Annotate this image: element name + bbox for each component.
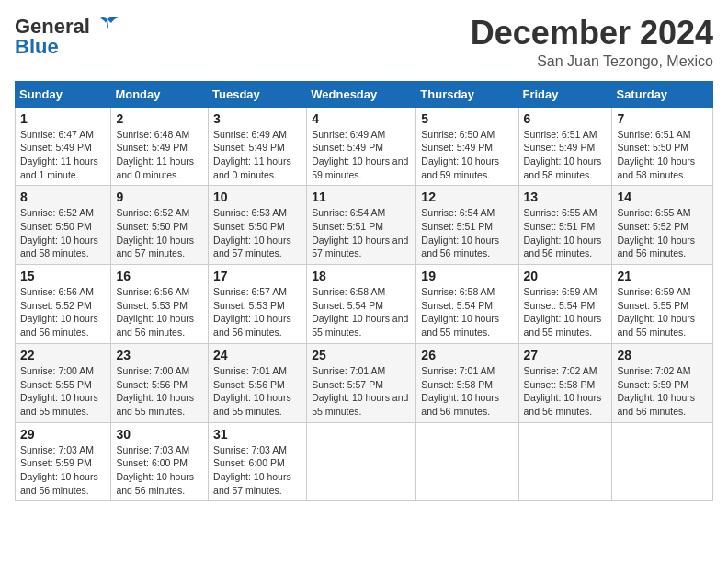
day-number: 29 [20,427,106,442]
month-title: December 2024 [471,15,713,52]
day-number: 6 [524,111,608,126]
day-info: Sunrise: 6:59 AM Sunset: 5:55 PM Dayligh… [617,285,708,339]
column-header-thursday: Thursday [416,81,518,107]
day-number: 16 [116,269,203,283]
week-row-2: 8 Sunrise: 6:52 AM Sunset: 5:50 PM Dayli… [16,186,713,265]
calendar-cell: 22 Sunrise: 7:00 AM Sunset: 5:55 PM Dayl… [16,343,111,422]
day-number: 21 [617,269,708,283]
day-info: Sunrise: 6:55 AM Sunset: 5:51 PM Dayligh… [524,206,608,260]
day-info: Sunrise: 6:53 AM Sunset: 5:50 PM Dayligh… [213,206,301,260]
week-row-3: 15 Sunrise: 6:56 AM Sunset: 5:52 PM Dayl… [16,265,713,344]
day-info: Sunrise: 7:03 AM Sunset: 5:59 PM Dayligh… [20,443,106,498]
calendar-cell: 3 Sunrise: 6:49 AM Sunset: 5:49 PM Dayli… [209,107,307,186]
day-number: 13 [524,190,608,204]
day-info: Sunrise: 7:03 AM Sunset: 6:00 PM Dayligh… [213,443,301,498]
day-info: Sunrise: 6:52 AM Sunset: 5:50 PM Dayligh… [116,206,203,260]
calendar-cell: 26 Sunrise: 7:01 AM Sunset: 5:58 PM Dayl… [416,343,518,422]
calendar-cell: 14 Sunrise: 6:55 AM Sunset: 5:52 PM Dayl… [612,186,713,265]
column-header-monday: Monday [111,81,209,107]
calendar-cell: 30 Sunrise: 7:03 AM Sunset: 6:00 PM Dayl… [111,422,209,501]
day-info: Sunrise: 7:01 AM Sunset: 5:56 PM Dayligh… [213,364,301,419]
calendar-cell: 5 Sunrise: 6:50 AM Sunset: 5:49 PM Dayli… [416,107,518,186]
day-info: Sunrise: 7:00 AM Sunset: 5:56 PM Dayligh… [116,364,203,419]
calendar-cell: 15 Sunrise: 6:56 AM Sunset: 5:52 PM Dayl… [16,265,111,344]
day-number: 17 [213,269,301,283]
logo: General Blue [15,15,120,59]
calendar-cell: 2 Sunrise: 6:48 AM Sunset: 5:49 PM Dayli… [111,107,209,186]
day-number: 10 [213,190,301,204]
day-number: 7 [617,111,708,126]
day-info: Sunrise: 6:49 AM Sunset: 5:49 PM Dayligh… [213,128,301,182]
calendar-cell [307,422,416,501]
calendar-cell: 18 Sunrise: 6:58 AM Sunset: 5:54 PM Dayl… [307,265,416,344]
day-number: 11 [312,190,411,204]
calendar-cell: 28 Sunrise: 7:02 AM Sunset: 5:59 PM Dayl… [612,343,713,422]
week-row-1: 1 Sunrise: 6:47 AM Sunset: 5:49 PM Dayli… [16,107,713,186]
day-number: 12 [421,190,513,204]
day-number: 31 [213,427,301,442]
day-info: Sunrise: 6:54 AM Sunset: 5:51 PM Dayligh… [312,206,411,260]
day-info: Sunrise: 6:58 AM Sunset: 5:54 PM Dayligh… [312,285,411,339]
calendar-cell [612,422,713,501]
day-number: 4 [312,111,411,126]
calendar-cell: 1 Sunrise: 6:47 AM Sunset: 5:49 PM Dayli… [16,107,111,186]
day-info: Sunrise: 6:55 AM Sunset: 5:52 PM Dayligh… [617,206,708,260]
day-info: Sunrise: 6:48 AM Sunset: 5:49 PM Dayligh… [116,128,203,182]
calendar-cell: 8 Sunrise: 6:52 AM Sunset: 5:50 PM Dayli… [16,186,111,265]
day-number: 20 [524,269,608,283]
day-number: 23 [116,348,203,362]
day-info: Sunrise: 6:56 AM Sunset: 5:53 PM Dayligh… [116,285,203,339]
day-info: Sunrise: 7:00 AM Sunset: 5:55 PM Dayligh… [20,364,106,419]
calendar-cell [518,422,612,501]
calendar-cell [416,422,518,501]
calendar-cell: 19 Sunrise: 6:58 AM Sunset: 5:54 PM Dayl… [416,265,518,344]
calendar-cell: 12 Sunrise: 6:54 AM Sunset: 5:51 PM Dayl… [416,186,518,265]
day-info: Sunrise: 6:50 AM Sunset: 5:49 PM Dayligh… [421,128,513,182]
day-number: 28 [617,348,708,362]
day-number: 3 [213,111,301,126]
day-number: 15 [20,269,106,283]
day-number: 8 [20,190,106,204]
logo-blue: Blue [15,35,59,59]
calendar-cell: 4 Sunrise: 6:49 AM Sunset: 5:49 PM Dayli… [307,107,416,186]
day-number: 2 [116,111,203,126]
day-info: Sunrise: 6:57 AM Sunset: 5:53 PM Dayligh… [213,285,301,339]
column-header-friday: Friday [518,81,612,107]
calendar-cell: 25 Sunrise: 7:01 AM Sunset: 5:57 PM Dayl… [307,343,416,422]
day-number: 19 [421,269,513,283]
day-info: Sunrise: 6:47 AM Sunset: 5:49 PM Dayligh… [20,128,106,182]
calendar-cell: 6 Sunrise: 6:51 AM Sunset: 5:49 PM Dayli… [518,107,612,186]
day-number: 27 [524,348,608,362]
day-info: Sunrise: 6:52 AM Sunset: 5:50 PM Dayligh… [20,206,106,260]
day-info: Sunrise: 6:51 AM Sunset: 5:49 PM Dayligh… [524,128,608,182]
calendar-cell: 24 Sunrise: 7:01 AM Sunset: 5:56 PM Dayl… [209,343,307,422]
day-info: Sunrise: 7:01 AM Sunset: 5:58 PM Dayligh… [421,364,513,419]
column-header-sunday: Sunday [16,81,111,107]
calendar-cell: 11 Sunrise: 6:54 AM Sunset: 5:51 PM Dayl… [307,186,416,265]
calendar-cell: 16 Sunrise: 6:56 AM Sunset: 5:53 PM Dayl… [111,265,209,344]
day-info: Sunrise: 6:51 AM Sunset: 5:50 PM Dayligh… [617,128,708,182]
calendar-cell: 13 Sunrise: 6:55 AM Sunset: 5:51 PM Dayl… [518,186,612,265]
day-number: 1 [20,111,106,126]
calendar-cell: 9 Sunrise: 6:52 AM Sunset: 5:50 PM Dayli… [111,186,209,265]
day-info: Sunrise: 7:01 AM Sunset: 5:57 PM Dayligh… [312,364,411,419]
calendar-cell: 23 Sunrise: 7:00 AM Sunset: 5:56 PM Dayl… [111,343,209,422]
calendar-cell: 20 Sunrise: 6:59 AM Sunset: 5:54 PM Dayl… [518,265,612,344]
day-info: Sunrise: 6:56 AM Sunset: 5:52 PM Dayligh… [20,285,106,339]
day-number: 24 [213,348,301,362]
day-number: 14 [617,190,708,204]
column-header-wednesday: Wednesday [307,81,416,107]
day-info: Sunrise: 6:54 AM Sunset: 5:51 PM Dayligh… [421,206,513,260]
header-row: SundayMondayTuesdayWednesdayThursdayFrid… [16,81,713,107]
day-info: Sunrise: 7:02 AM Sunset: 5:59 PM Dayligh… [617,364,708,419]
week-row-4: 22 Sunrise: 7:00 AM Sunset: 5:55 PM Dayl… [16,343,713,422]
day-number: 25 [312,348,411,362]
day-info: Sunrise: 6:58 AM Sunset: 5:54 PM Dayligh… [421,285,513,339]
calendar-cell: 17 Sunrise: 6:57 AM Sunset: 5:53 PM Dayl… [209,265,307,344]
calendar-table: SundayMondayTuesdayWednesdayThursdayFrid… [15,81,713,502]
calendar-cell: 29 Sunrise: 7:03 AM Sunset: 5:59 PM Dayl… [16,422,111,501]
day-number: 5 [421,111,513,126]
logo-bird-icon [95,16,120,36]
day-number: 26 [421,348,513,362]
column-header-tuesday: Tuesday [209,81,307,107]
